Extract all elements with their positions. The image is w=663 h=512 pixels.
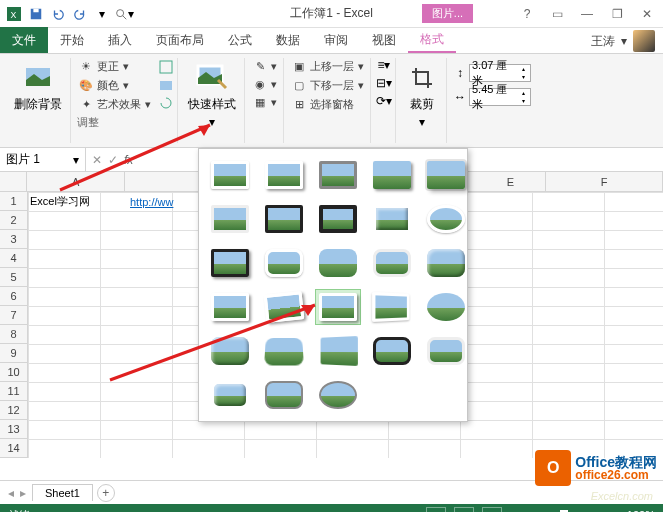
- user-name[interactable]: 王涛: [591, 33, 615, 50]
- tab-formulas[interactable]: 公式: [216, 27, 264, 53]
- row-header[interactable]: 4: [0, 249, 27, 268]
- picture-style-item[interactable]: [315, 377, 361, 413]
- picture-style-item[interactable]: [423, 245, 469, 281]
- tab-insert[interactable]: 插入: [96, 27, 144, 53]
- col-header-F[interactable]: F: [546, 172, 663, 191]
- bring-forward-button[interactable]: ▣上移一层 ▾: [290, 58, 366, 75]
- picture-style-item[interactable]: [315, 201, 361, 237]
- picture-style-item[interactable]: [261, 289, 307, 325]
- picture-style-item[interactable]: [207, 377, 253, 413]
- color-button[interactable]: 🎨颜色 ▾: [77, 77, 153, 94]
- rotate-icon[interactable]: ⟳▾: [377, 94, 391, 108]
- picture-style-item[interactable]: [315, 333, 361, 369]
- col-header-A[interactable]: A: [27, 172, 125, 191]
- change-picture-icon[interactable]: [159, 78, 173, 92]
- picture-style-item[interactable]: [423, 157, 469, 193]
- picture-style-item-hover[interactable]: [315, 289, 361, 325]
- tab-home[interactable]: 开始: [48, 27, 96, 53]
- align-icon[interactable]: ≡▾: [377, 58, 391, 72]
- row-header[interactable]: 5: [0, 268, 27, 287]
- ribbon-options-icon[interactable]: ▭: [545, 4, 569, 24]
- help-icon[interactable]: ?: [515, 4, 539, 24]
- remove-background-button[interactable]: 删除背景: [10, 58, 66, 117]
- compress-icon[interactable]: [159, 60, 173, 74]
- corrections-button[interactable]: ☀更正 ▾: [77, 58, 153, 75]
- picture-style-item[interactable]: [207, 157, 253, 193]
- picture-style-item[interactable]: [261, 333, 307, 369]
- row-header[interactable]: 13: [0, 420, 27, 439]
- picture-style-item[interactable]: [207, 289, 253, 325]
- undo-icon[interactable]: [48, 4, 68, 24]
- tab-review[interactable]: 审阅: [312, 27, 360, 53]
- tab-page-layout[interactable]: 页面布局: [144, 27, 216, 53]
- page-layout-view-button[interactable]: [454, 507, 474, 512]
- picture-effects-button[interactable]: ◉▾: [251, 76, 279, 92]
- picture-style-item[interactable]: [315, 245, 361, 281]
- artistic-effects-button[interactable]: ✦艺术效果 ▾: [77, 96, 153, 113]
- row-header[interactable]: 2: [0, 211, 27, 230]
- row-header[interactable]: 3: [0, 230, 27, 249]
- quick-styles-button[interactable]: 快速样式 ▾: [184, 58, 240, 133]
- tab-data[interactable]: 数据: [264, 27, 312, 53]
- avatar[interactable]: [633, 30, 655, 52]
- row-header[interactable]: 10: [0, 363, 27, 382]
- width-input[interactable]: 5.45 厘米▴▾: [469, 88, 531, 106]
- height-input[interactable]: 3.07 厘米▴▾: [469, 64, 531, 82]
- picture-style-item[interactable]: [207, 201, 253, 237]
- picture-style-item[interactable]: [369, 201, 415, 237]
- crop-button[interactable]: 裁剪 ▾: [402, 58, 442, 133]
- restore-icon[interactable]: ❐: [605, 4, 629, 24]
- row-header[interactable]: 11: [0, 382, 27, 401]
- name-box[interactable]: 图片 1▾: [0, 148, 86, 171]
- row-header[interactable]: 6: [0, 287, 27, 306]
- close-icon[interactable]: ✕: [635, 4, 659, 24]
- cell-B1[interactable]: http://ww: [128, 192, 200, 211]
- selection-pane-button[interactable]: ⊞选择窗格: [290, 96, 356, 113]
- touch-mode-icon[interactable]: ▾: [92, 4, 112, 24]
- picture-style-item[interactable]: [423, 289, 469, 325]
- picture-style-item[interactable]: [315, 157, 361, 193]
- picture-style-item[interactable]: [423, 201, 469, 237]
- col-header-E[interactable]: E: [476, 172, 546, 191]
- minimize-icon[interactable]: —: [575, 4, 599, 24]
- row-header[interactable]: 9: [0, 344, 27, 363]
- send-backward-button[interactable]: ▢下移一层 ▾: [290, 77, 366, 94]
- tab-view[interactable]: 视图: [360, 27, 408, 53]
- fx-icon[interactable]: fx: [124, 153, 133, 167]
- tab-format[interactable]: 格式: [408, 27, 456, 53]
- sheet-nav-prev[interactable]: ◂: [6, 486, 16, 500]
- picture-style-item[interactable]: [369, 157, 415, 193]
- picture-style-item[interactable]: [261, 377, 307, 413]
- picture-style-item[interactable]: [423, 333, 469, 369]
- select-all-corner[interactable]: [0, 172, 27, 191]
- reset-picture-icon[interactable]: [159, 96, 173, 110]
- picture-style-item[interactable]: [369, 333, 415, 369]
- add-sheet-button[interactable]: +: [97, 484, 115, 502]
- picture-style-item[interactable]: [207, 245, 253, 281]
- picture-style-item[interactable]: [369, 245, 415, 281]
- sheet-nav-next[interactable]: ▸: [18, 486, 28, 500]
- row-header[interactable]: 7: [0, 306, 27, 325]
- row-header[interactable]: 12: [0, 401, 27, 420]
- picture-style-item[interactable]: [369, 289, 415, 325]
- picture-style-item[interactable]: [261, 201, 307, 237]
- picture-border-button[interactable]: ✎▾: [251, 58, 279, 74]
- normal-view-button[interactable]: [426, 507, 446, 512]
- redo-icon[interactable]: [70, 4, 90, 24]
- row-header[interactable]: 8: [0, 325, 27, 344]
- group-icon[interactable]: ⊟▾: [377, 76, 391, 90]
- confirm-formula-icon[interactable]: ✓: [108, 153, 118, 167]
- excel-icon[interactable]: X: [4, 4, 24, 24]
- cell-A1[interactable]: Excel学习网: [28, 192, 128, 211]
- page-break-view-button[interactable]: [482, 507, 502, 512]
- picture-style-item[interactable]: [261, 157, 307, 193]
- find-icon[interactable]: ▾: [114, 4, 134, 24]
- cancel-formula-icon[interactable]: ✕: [92, 153, 102, 167]
- row-header[interactable]: 14: [0, 439, 27, 458]
- picture-style-item[interactable]: [207, 333, 253, 369]
- save-icon[interactable]: [26, 4, 46, 24]
- row-header[interactable]: 1: [0, 192, 27, 211]
- sheet-tab-active[interactable]: Sheet1: [32, 484, 93, 501]
- file-tab[interactable]: 文件: [0, 27, 48, 53]
- picture-layout-button[interactable]: ▦▾: [251, 94, 279, 110]
